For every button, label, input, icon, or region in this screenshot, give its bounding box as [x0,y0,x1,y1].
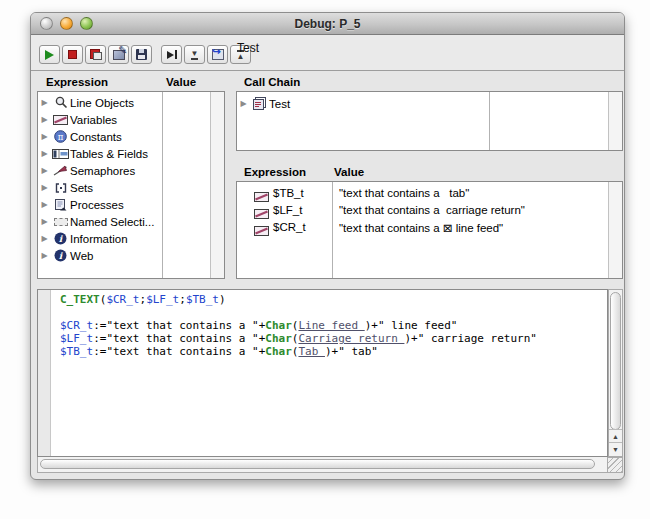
disclosure-triangle-icon[interactable]: ▶ [38,98,51,107]
debug-window: Debug: P_5 ▼ ▲ Test Expression Value [30,12,625,480]
watch-row[interactable]: $CR_t "text that contains a ⊠ line feed" [237,219,622,236]
svg-text:π: π [58,132,64,142]
info-icon: i [51,232,70,245]
tree-item-tables-fields[interactable]: ▶ Tables & Fields [38,145,224,162]
tree-item-label: Information [70,233,128,245]
disclosure-triangle-icon[interactable]: ▶ [38,132,51,141]
watch-value: "text that contains a tab" [339,187,469,199]
web-icon: i [51,249,70,262]
step-over-icon [167,50,177,59]
step-into-icon: ▼ [191,50,199,60]
titlebar[interactable]: Debug: P_5 [31,13,624,35]
vertical-scroll-thumb[interactable] [610,292,621,430]
tree-item-processes[interactable]: ▶ Processes [38,196,224,213]
watch-expression: $LF_t [273,204,302,216]
tree-item-label: Web [70,250,93,262]
screen: Debug: P_5 ▼ ▲ Test Expression Value [0,0,650,519]
edit-icon [113,50,125,60]
tree-item-web[interactable]: ▶ i Web [38,247,224,264]
tree-item-information[interactable]: ▶ i Information [38,230,224,247]
process-icon [51,199,70,211]
tree-item-label: Tables & Fields [70,148,148,160]
floppy-icon [136,49,147,60]
stop-edit-icon [90,49,102,60]
method-icon [250,97,269,110]
stop-icon [68,50,77,59]
expression-panel-header-expression: Expression [46,76,108,88]
variable-icon [254,222,269,240]
disclosure-triangle-icon[interactable]: ▶ [38,166,51,175]
semaphore-icon [51,165,70,176]
tree-item-label: Named Selecti... [70,216,154,228]
tree-item-line-objects[interactable]: ▶ Line Objects [38,94,224,111]
tree-item-sets[interactable]: ▶ Sets [38,179,224,196]
abort-and-edit-button[interactable] [85,45,106,64]
method-context-label: Test [237,41,259,55]
watch-value: "text that contains a ⊠ line feed" [339,221,503,235]
code-horizontal-scrollbar[interactable] [37,457,608,473]
watch-row[interactable]: $TB_t "text that contains a tab" [237,185,622,202]
step-process-icon [212,49,224,60]
step-into-button[interactable]: ▼ [184,45,205,64]
toolbar-buttons: ▼ ▲ [39,45,253,64]
disclosure-triangle-icon[interactable]: ▶ [237,99,250,108]
code-editor-area: C_TEXT($CR_t;$LF_t;$TB_t) $CR_t:="text t… [37,289,623,473]
code-gutter[interactable] [38,290,51,456]
watch-value: "text that contains a carriage return" [339,204,525,216]
named-selection-icon [51,218,70,226]
sets-icon [51,183,70,193]
tree-item-semaphores[interactable]: ▶ Semaphores [38,162,224,179]
tree-item-label: Sets [70,182,93,194]
expression-panel-header-value: Value [166,76,196,88]
call-chain-item-label: Test [269,98,290,110]
disclosure-triangle-icon[interactable]: ▶ [38,234,51,243]
scroll-down-button[interactable]: ▼ [609,442,622,455]
window-resize-grip[interactable] [608,457,623,473]
disclosure-triangle-icon[interactable]: ▶ [38,183,51,192]
watch-row[interactable]: $LF_t "text that contains a carriage ret… [237,202,622,219]
no-trace-button[interactable] [39,45,60,64]
abort-button[interactable] [62,45,83,64]
horizontal-scroll-thumb[interactable] [40,459,595,469]
disclosure-triangle-icon[interactable]: ▶ [38,200,51,209]
watch-expression: $TB_t [273,187,304,199]
scroll-up-button[interactable]: ▲ [609,429,622,442]
tree-item-named-selections[interactable]: ▶ Named Selecti... [38,213,224,230]
tree-item-label: Processes [70,199,124,211]
watch-header-expression: Expression [244,166,306,178]
save-settings-button[interactable] [131,45,152,64]
step-over-button[interactable] [161,45,182,64]
disclosure-triangle-icon[interactable]: ▶ [38,251,51,260]
magnifier-icon [51,96,70,109]
disclosure-triangle-icon[interactable]: ▶ [38,149,51,158]
disclosure-triangle-icon[interactable]: ▶ [38,115,51,124]
window-title: Debug: P_5 [31,17,624,31]
play-icon [45,50,54,60]
step-into-process-button[interactable] [207,45,228,64]
expression-tree-list: ▶ Line Objects ▶ Variables ▶ π Constants… [37,91,225,279]
call-chain-title: Call Chain [244,76,300,88]
tree-item-label: Semaphores [70,165,135,177]
tree-item-label: Line Objects [70,97,134,109]
call-chain-list: ▶ Test [236,91,623,151]
pi-icon: π [51,130,70,143]
tree-item-label: Constants [70,131,122,143]
edit-method-button[interactable] [108,45,129,64]
code-lines[interactable]: C_TEXT($CR_t;$LF_t;$TB_t) $CR_t:="text t… [52,293,605,358]
tree-item-label: Variables [70,114,117,126]
disclosure-triangle-icon[interactable]: ▶ [38,217,51,226]
watch-header-value: Value [334,166,364,178]
code-vertical-scrollbar[interactable]: ▲ ▼ [608,289,623,457]
watch-list: $TB_t "text that contains a tab" $LF_t "… [236,181,623,279]
tree-item-variables[interactable]: ▶ Variables [38,111,224,128]
variable-icon [51,115,70,125]
call-chain-item-test[interactable]: ▶ Test [237,95,622,112]
tree-item-constants[interactable]: ▶ π Constants [38,128,224,145]
code-editor[interactable]: C_TEXT($CR_t;$LF_t;$TB_t) $CR_t:="text t… [37,289,608,457]
toolbar: ▼ ▲ Test [31,35,624,71]
table-icon [51,149,70,159]
watch-expression: $CR_t [273,221,306,233]
